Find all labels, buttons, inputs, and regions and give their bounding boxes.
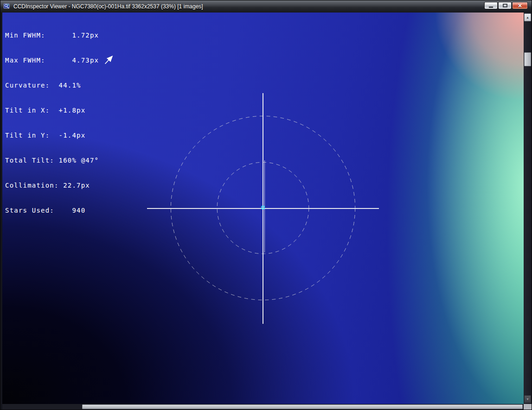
scroll-down-icon: ▼ xyxy=(526,397,529,401)
stat-tilt-y: Tilt in Y: -1.4px xyxy=(5,131,99,139)
stat-stars-used: Stars Used: 940 xyxy=(5,206,99,214)
scroll-up-button[interactable]: ▲ xyxy=(524,13,531,21)
stat-min-fwhm: Min FWHM: 1.72px xyxy=(5,31,99,39)
scroll-up-icon: ▲ xyxy=(526,16,529,19)
app-window: CCDInspector Viewer - NGC7380(oc)-001Ha.… xyxy=(0,0,532,410)
scroll-down-button[interactable]: ▼ xyxy=(524,395,531,403)
stat-tilt-x: Tilt in X: +1.8px xyxy=(5,106,99,114)
maximize-icon xyxy=(503,4,507,7)
stat-collimation: Collimation: 22.7px xyxy=(5,181,99,189)
tilt-arrow-icon xyxy=(105,57,112,64)
vertical-scrollbar[interactable]: ▲ ▼ xyxy=(524,13,532,404)
minimize-button[interactable] xyxy=(484,2,498,9)
maximize-button[interactable] xyxy=(498,2,512,9)
stat-max-fwhm: Max FWHM: 4.73px xyxy=(5,56,99,64)
scrollbar-corner xyxy=(524,404,532,410)
window-content: Min FWHM: 1.72px Max FWHM: 4.73px Curvat… xyxy=(0,13,532,410)
vertical-scroll-thumb[interactable] xyxy=(524,52,531,66)
window-title: CCDInspector Viewer - NGC7380(oc)-001Ha.… xyxy=(13,3,203,10)
minimize-icon xyxy=(489,6,493,8)
center-marker-dot xyxy=(263,207,263,208)
fwhm-map-canvas[interactable]: Min FWHM: 1.72px Max FWHM: 4.73px Curvat… xyxy=(2,13,524,404)
close-icon: × xyxy=(518,3,522,8)
titlebar[interactable]: CCDInspector Viewer - NGC7380(oc)-001Ha.… xyxy=(0,0,532,13)
horizontal-scroll-thumb[interactable] xyxy=(82,404,523,409)
app-icon xyxy=(3,3,11,10)
stat-total-tilt: Total Tilt: 160% @47° xyxy=(5,156,99,164)
stat-curvature: Curvature: 44.1% xyxy=(5,81,99,89)
close-button[interactable]: × xyxy=(512,2,528,9)
horizontal-scrollbar[interactable] xyxy=(2,404,524,410)
window-controls: × xyxy=(484,2,528,9)
stats-overlay: Min FWHM: 1.72px Max FWHM: 4.73px Curvat… xyxy=(5,14,99,231)
